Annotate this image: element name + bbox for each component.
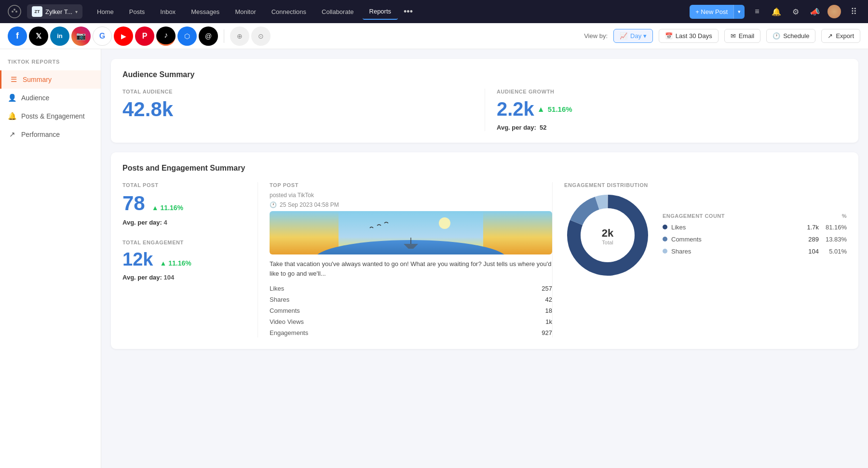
post-stat-shares: Shares 42 bbox=[270, 295, 552, 304]
total-engagement-avg: Avg. per day: 104 bbox=[122, 274, 246, 281]
apps-grid-icon[interactable]: ⠿ bbox=[847, 5, 860, 18]
nav-more-button[interactable]: ••• bbox=[400, 3, 417, 21]
social-tab-threads[interactable]: @ bbox=[199, 27, 218, 46]
nav-item-inbox[interactable]: Inbox bbox=[153, 4, 182, 19]
post-stat-comments-value: 18 bbox=[545, 307, 552, 314]
performance-icon: ↗ bbox=[8, 130, 16, 139]
sidebar-item-posts-engagement[interactable]: 🔔 Posts & Engagement bbox=[0, 107, 101, 125]
new-post-dropdown-button[interactable]: ▾ bbox=[733, 5, 745, 19]
legend-count-likes: 1.7k bbox=[800, 224, 819, 231]
menu-icon[interactable]: ≡ bbox=[750, 5, 764, 18]
svg-point-6 bbox=[439, 217, 450, 229]
post-stat-shares-value: 42 bbox=[545, 296, 552, 303]
settings-icon[interactable]: ⚙ bbox=[789, 5, 802, 18]
total-post-row: 78 ▲ 11.16% bbox=[122, 192, 246, 215]
total-audience-label: TOTAL AUDIENCE bbox=[122, 89, 473, 94]
engagement-dist-label: ENGAGEMENT DISTRIBUTION bbox=[564, 182, 847, 188]
summary-icon: ☰ bbox=[9, 75, 18, 84]
date-range-button[interactable]: 📅 Last 30 Days bbox=[659, 29, 719, 43]
view-by-label: View by: bbox=[584, 32, 608, 40]
post-image-svg bbox=[270, 211, 552, 254]
legend-pct-shares: 5.01% bbox=[823, 248, 847, 255]
social-tab-extra1[interactable]: ⊕ bbox=[230, 27, 249, 46]
svg-point-1 bbox=[12, 11, 14, 13]
nav-item-messages[interactable]: Messages bbox=[184, 4, 226, 19]
post-stat-likes-label: Likes bbox=[270, 285, 284, 292]
nav-right-actions: + New Post ▾ ≡ 🔔 ⚙ 📣 ⠿ bbox=[690, 5, 860, 19]
schedule-button[interactable]: 🕐 Schedule bbox=[766, 29, 815, 43]
nav-item-reports[interactable]: Reports bbox=[363, 4, 398, 20]
app-logo-icon bbox=[8, 5, 21, 18]
user-avatar[interactable] bbox=[827, 5, 841, 18]
email-label: Email bbox=[739, 32, 755, 40]
engagement-dist-col: ENGAGEMENT DISTRIBUTION bbox=[552, 182, 847, 337]
social-tab-twitter[interactable]: 𝕏 bbox=[29, 27, 48, 46]
donut-center-label: 2k Total bbox=[602, 227, 613, 245]
sidebar-label-summary: Summary bbox=[23, 76, 52, 83]
email-button[interactable]: ✉ Email bbox=[724, 29, 761, 43]
legend-pct-header: % bbox=[842, 213, 847, 219]
audience-growth-col: AUDIENCE GROWTH 2.2k ▲ 51.16% Avg. per d… bbox=[485, 89, 847, 131]
post-stat-engagements: Engagements 927 bbox=[270, 328, 552, 337]
total-post-value: 78 bbox=[122, 192, 145, 215]
posts-engagement-title: Posts and Engagement Summary bbox=[122, 164, 847, 173]
post-stat-engagements-label: Engagements bbox=[270, 329, 308, 336]
audience-summary-title: Audience Summary bbox=[122, 70, 847, 79]
svg-point-2 bbox=[15, 11, 17, 13]
growth-up-arrow-icon: ▲ bbox=[537, 105, 545, 114]
main-layout: TIKTOK REPORTS ☰ Summary 👤 Audience 🔔 Po… bbox=[0, 49, 868, 468]
social-tab-tiktok[interactable]: ♪ bbox=[156, 27, 176, 46]
nav-item-posts[interactable]: Posts bbox=[122, 4, 152, 19]
post-stat-shares-label: Shares bbox=[270, 296, 289, 303]
post-stat-views: Video Views 1k bbox=[270, 317, 552, 326]
legend-pct-comments: 13.83% bbox=[823, 236, 847, 243]
social-tab-instagram[interactable]: 📷 bbox=[71, 27, 91, 46]
audience-avg-per-day: Avg. per day: 52 bbox=[497, 124, 847, 131]
nav-item-collaborate[interactable]: Collaborate bbox=[315, 4, 361, 19]
brand-selector[interactable]: ZT Zylker T... ▾ bbox=[27, 4, 82, 19]
export-button[interactable]: ↗ Export bbox=[821, 29, 860, 43]
engagement-legend: ENGAGEMENT COUNT % Likes 1.7k 81.16% bbox=[663, 213, 847, 260]
social-tab-youtube[interactable]: ▶ bbox=[114, 27, 133, 46]
legend-count-shares: 104 bbox=[800, 248, 819, 255]
donut-chart: 2k Total bbox=[564, 192, 651, 281]
top-post-date: 🕐 25 Sep 2023 04:58 PM bbox=[270, 201, 552, 208]
social-tab-google[interactable]: G bbox=[93, 27, 112, 46]
social-tab-meta[interactable]: ⬡ bbox=[177, 27, 197, 46]
social-tab-linkedin[interactable]: in bbox=[50, 27, 69, 46]
sidebar-item-performance[interactable]: ↗ Performance bbox=[0, 125, 101, 144]
brand-name: Zylker T... bbox=[45, 8, 72, 15]
total-engagement-value: 12k bbox=[122, 249, 153, 270]
total-engagement-row: 12k ▲ 11.16% bbox=[122, 249, 246, 270]
audience-growth-value: 2.2k bbox=[497, 98, 534, 120]
new-post-group: + New Post ▾ bbox=[690, 5, 745, 19]
announce-icon[interactable]: 📣 bbox=[808, 5, 822, 18]
social-tab-bar: f 𝕏 in 📷 G ▶ P ♪ ⬡ @ ⊕ ⊙ View by: 📈 Day … bbox=[0, 23, 868, 49]
new-post-button[interactable]: + New Post bbox=[690, 5, 733, 19]
legend-header: ENGAGEMENT COUNT % bbox=[663, 213, 847, 219]
post-stat-likes: Likes 257 bbox=[270, 284, 552, 293]
nav-item-home[interactable]: Home bbox=[90, 4, 121, 19]
day-view-button[interactable]: 📈 Day ▾ bbox=[613, 29, 653, 43]
nav-item-monitor[interactable]: Monitor bbox=[228, 4, 262, 19]
post-stat-views-label: Video Views bbox=[270, 318, 304, 325]
top-post-source: posted via TikTok bbox=[270, 192, 314, 199]
sidebar-item-audience[interactable]: 👤 Audience bbox=[0, 89, 101, 107]
top-post-stats: Likes 257 Shares 42 Comments 18 Video bbox=[270, 284, 552, 337]
donut-total-value: 2k bbox=[602, 227, 613, 240]
posts-engagement-icon: 🔔 bbox=[8, 112, 16, 120]
total-post-arrow-icon: ▲ bbox=[152, 204, 159, 212]
legend-row-likes: Likes 1.7k 81.16% bbox=[663, 224, 847, 231]
clock-icon: 🕐 bbox=[270, 201, 277, 208]
sidebar-item-summary[interactable]: ☰ Summary bbox=[0, 70, 101, 89]
nav-item-connections[interactable]: Connections bbox=[265, 4, 313, 19]
bell-icon[interactable]: 🔔 bbox=[770, 5, 783, 18]
social-tab-pinterest[interactable]: P bbox=[135, 27, 154, 46]
post-stat-likes-value: 257 bbox=[542, 285, 552, 292]
audience-growth-pct: 51.16% bbox=[548, 105, 572, 113]
top-post-col: TOP POST posted via TikTok 🕐 25 Sep 2023… bbox=[258, 182, 552, 337]
social-tab-facebook[interactable]: f bbox=[8, 27, 27, 46]
schedule-icon: 🕐 bbox=[773, 32, 780, 40]
audience-icon: 👤 bbox=[8, 94, 16, 102]
social-tab-extra2[interactable]: ⊙ bbox=[251, 27, 271, 46]
